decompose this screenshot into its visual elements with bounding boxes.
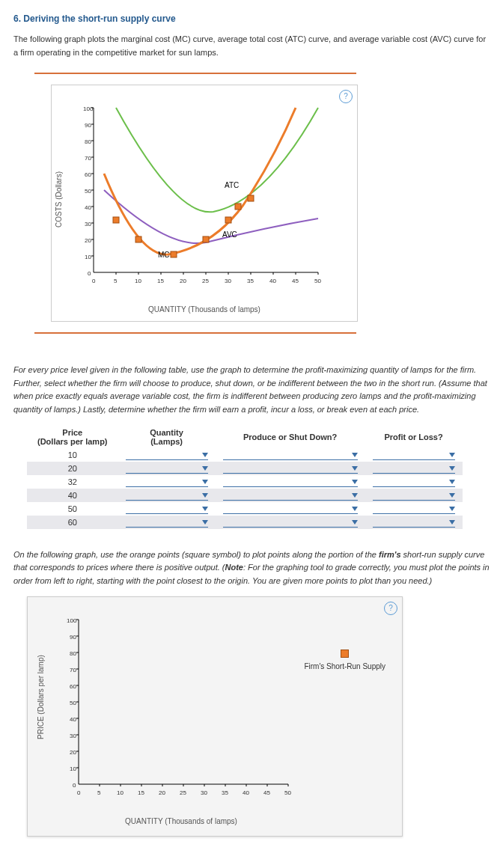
- legend-label: Firm's Short-Run Supply: [304, 662, 385, 670]
- qty-dropdown[interactable]: [126, 517, 208, 528]
- svg-text:5: 5: [97, 789, 101, 796]
- help-icon[interactable]: ?: [339, 90, 353, 103]
- svg-text:40: 40: [85, 204, 91, 211]
- chart1-box: ? 100 90 80 70 60 50 40 30 20 10 0: [51, 85, 358, 322]
- chart2-xlabel: QUANTITY (Thousands of lamps): [0, 817, 394, 825]
- svg-text:70: 70: [70, 667, 76, 673]
- svg-text:30: 30: [85, 221, 91, 227]
- qty-dropdown[interactable]: [126, 450, 208, 460]
- chevron-down-icon: [449, 480, 455, 484]
- chevron-down-icon: [449, 453, 455, 457]
- chevron-down-icon: [449, 520, 455, 525]
- svg-text:10: 10: [135, 278, 141, 284]
- table-row: 40: [27, 489, 463, 502]
- svg-text:0: 0: [92, 278, 96, 284]
- chart2-panel: ? Firm's Short-Run Supply 100 90 80 70 6…: [27, 596, 403, 837]
- avc-label: AVC: [222, 230, 237, 239]
- produce-dropdown[interactable]: [223, 490, 358, 501]
- table-instructions: For every price level given in the follo…: [13, 364, 490, 416]
- svg-text:50: 50: [284, 789, 291, 796]
- svg-text:30: 30: [225, 278, 231, 284]
- chevron-down-icon: [202, 480, 208, 484]
- chevron-down-icon: [352, 480, 358, 484]
- svg-text:40: 40: [70, 716, 76, 723]
- profit-dropdown[interactable]: [373, 450, 455, 460]
- svg-text:20: 20: [159, 789, 165, 796]
- svg-text:60: 60: [85, 171, 91, 178]
- svg-text:0: 0: [73, 782, 76, 789]
- table-row: 20: [27, 462, 463, 475]
- svg-rect-44: [113, 217, 119, 223]
- intro-text: The following graph plots the marginal c…: [13, 33, 490, 59]
- chart1-ylabel: COSTS (Dollars): [55, 171, 63, 227]
- qty-dropdown[interactable]: [126, 463, 208, 474]
- price-cell: 50: [27, 502, 118, 516]
- svg-text:50: 50: [314, 278, 321, 284]
- svg-text:60: 60: [70, 683, 76, 690]
- svg-text:80: 80: [70, 650, 76, 657]
- svg-text:25: 25: [202, 278, 209, 284]
- graph2-instructions: On the following graph, use the orange p…: [13, 548, 490, 588]
- profit-dropdown[interactable]: [373, 477, 455, 487]
- chevron-down-icon: [449, 507, 455, 511]
- svg-text:10: 10: [85, 254, 91, 260]
- qty-dropdown[interactable]: [126, 477, 208, 487]
- svg-text:90: 90: [85, 122, 91, 129]
- svg-text:0: 0: [77, 789, 81, 796]
- chevron-down-icon: [352, 466, 358, 471]
- qty-dropdown[interactable]: [126, 504, 208, 514]
- table-row: 10: [27, 448, 463, 462]
- svg-text:35: 35: [247, 278, 254, 284]
- input-table: Price(Dollars per lamp) Quantity(Lamps) …: [27, 426, 463, 529]
- chevron-down-icon: [352, 507, 358, 511]
- svg-text:5: 5: [114, 278, 118, 284]
- chevron-down-icon: [202, 520, 208, 525]
- svg-text:80: 80: [85, 138, 91, 145]
- produce-dropdown[interactable]: [223, 463, 358, 474]
- legend-supply[interactable]: Firm's Short-Run Supply: [304, 650, 385, 670]
- svg-text:15: 15: [157, 278, 164, 284]
- chart2-ylabel: PRICE (Dollars per lamp): [37, 655, 45, 740]
- price-cell: 10: [27, 448, 118, 462]
- th-qty: Quantity(Lamps): [118, 426, 216, 448]
- th-produce: Produce or Shut Down?: [216, 426, 365, 448]
- svg-rect-45: [135, 236, 141, 242]
- profit-dropdown[interactable]: [373, 504, 455, 514]
- profit-dropdown[interactable]: [373, 463, 455, 474]
- produce-dropdown[interactable]: [223, 477, 358, 487]
- cost-curves-chart[interactable]: 100 90 80 70 60 50 40 30 20 10 0 0 5 10 …: [59, 93, 336, 302]
- profit-dropdown[interactable]: [373, 490, 455, 501]
- svg-text:25: 25: [180, 789, 186, 796]
- chevron-down-icon: [202, 493, 208, 498]
- svg-text:35: 35: [222, 789, 228, 796]
- svg-text:90: 90: [70, 634, 76, 641]
- profit-dropdown[interactable]: [373, 517, 455, 528]
- chart1-panel: ? 100 90 80 70 60 50 40 30 20 10 0: [34, 73, 356, 334]
- svg-rect-49: [248, 195, 254, 201]
- produce-dropdown[interactable]: [223, 450, 358, 460]
- svg-rect-48: [235, 204, 241, 210]
- produce-dropdown[interactable]: [223, 504, 358, 514]
- produce-dropdown[interactable]: [223, 517, 358, 528]
- chevron-down-icon: [352, 453, 358, 457]
- supply-chart[interactable]: 100 90 80 70 60 50 40 30 20 10 0 0 5 10 …: [49, 605, 303, 814]
- svg-text:30: 30: [201, 789, 207, 796]
- svg-text:40: 40: [243, 789, 249, 796]
- svg-rect-46: [203, 236, 209, 242]
- qty-dropdown[interactable]: [126, 490, 208, 501]
- page-title: 6. Deriving the short-run supply curve: [13, 13, 490, 24]
- price-cell: 32: [27, 475, 118, 489]
- svg-text:10: 10: [117, 789, 124, 796]
- th-price: Price(Dollars per lamp): [27, 426, 118, 448]
- price-cell: 60: [27, 516, 118, 529]
- table-row: 32: [27, 475, 463, 489]
- chevron-down-icon: [352, 493, 358, 498]
- svg-rect-47: [225, 217, 231, 223]
- help-icon[interactable]: ?: [384, 602, 397, 615]
- svg-text:10: 10: [70, 765, 76, 772]
- mc-curve: [104, 108, 296, 254]
- svg-text:20: 20: [180, 278, 186, 284]
- svg-text:45: 45: [292, 278, 299, 284]
- svg-text:0: 0: [88, 270, 91, 277]
- table-row: 60: [27, 516, 463, 529]
